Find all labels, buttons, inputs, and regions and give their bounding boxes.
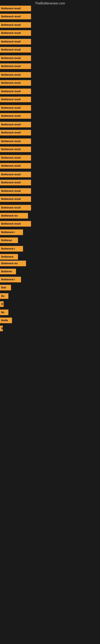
bottleneck-result-bar: Bottleneck result bbox=[0, 196, 31, 202]
bottleneck-result-bar: Bottleneck result bbox=[0, 163, 31, 169]
bottleneck-result-bar: Bottleneck result bbox=[0, 113, 31, 119]
bottleneck-result-bar: Bottleneck result bbox=[0, 72, 31, 78]
bottleneck-result-bar: Bottleneck result bbox=[0, 30, 31, 36]
bottleneck-result-bar: Bottleneck result bbox=[0, 55, 31, 61]
bottleneck-result-bar: B bbox=[0, 301, 3, 307]
bottleneck-result-bar: Bottleneck result bbox=[0, 96, 31, 102]
bottleneck-result-bar: Bottleneck result bbox=[0, 205, 31, 210]
bottleneck-result-bar: Bottleneck res bbox=[0, 213, 28, 218]
bottleneck-result-bar: Bottleneck r bbox=[0, 246, 23, 252]
bottleneck-result-bar: Bottleneck result bbox=[0, 80, 31, 86]
bottleneck-result-bar: Bottleneck r bbox=[0, 277, 21, 282]
bottleneck-result-bar: Bottleneck result bbox=[0, 14, 31, 19]
bottleneck-result-bar: Bottle bbox=[0, 318, 12, 323]
bottleneck-result-bar: Bottleneck bbox=[0, 254, 18, 260]
bottleneck-result-bar: Bottleneck result bbox=[0, 6, 31, 11]
bottleneck-result-bar: Bottleneck result bbox=[0, 64, 31, 69]
bottleneck-result-bar: Bottleneck res bbox=[0, 260, 26, 266]
bottleneck-result-bar: Bottleneck result bbox=[0, 47, 31, 52]
bottleneck-result-bar: Bottleneck result bbox=[0, 155, 31, 160]
bottleneck-result-bar: Bottlenec bbox=[0, 238, 18, 243]
bottleneck-result-bar: Bottleneck result bbox=[0, 39, 31, 44]
bottleneck-result-bar: Bottleneck result bbox=[0, 88, 31, 94]
bottleneck-result-bar: Bottleneck result bbox=[0, 122, 31, 128]
bottleneck-result-bar: B bbox=[0, 326, 3, 331]
bottleneck-result-bar: Bottleneck result bbox=[0, 138, 31, 144]
bottleneck-result-bar: Bottleneck result bbox=[0, 105, 31, 111]
bottleneck-result-bar: Bottlenec bbox=[0, 269, 16, 274]
site-title: TheBottlenecker.com bbox=[0, 0, 100, 6]
bottleneck-result-bar: Bo bbox=[0, 293, 8, 299]
bottleneck-result-bar: Bo bbox=[0, 310, 8, 315]
bottleneck-result-bar: Bottleneck result bbox=[0, 130, 31, 136]
bottleneck-result-bar: Bottleneck result bbox=[0, 172, 31, 177]
bottleneck-result-bar: Bottleneck r bbox=[0, 230, 23, 235]
bottleneck-result-bar: Bottleneck result bbox=[0, 221, 31, 226]
bottleneck-result-bar: Bottleneck result bbox=[0, 180, 31, 185]
bottleneck-result-bar: Bottleneck result bbox=[0, 188, 31, 194]
bottleneck-result-bar: Bottleneck result bbox=[0, 22, 31, 28]
bottleneck-result-bar: Bott bbox=[0, 285, 11, 290]
bottleneck-result-bar: Bottleneck result bbox=[0, 146, 31, 152]
